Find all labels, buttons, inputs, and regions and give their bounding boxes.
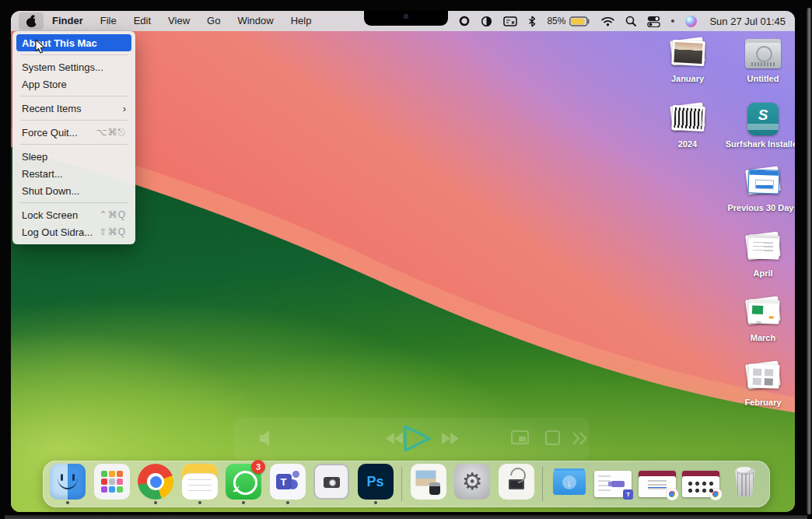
submenu-arrow-icon: › bbox=[123, 103, 126, 114]
chevrons-icon bbox=[573, 433, 586, 444]
desktop-icon-2024[interactable]: 2024 bbox=[652, 101, 723, 149]
video-player-overlay bbox=[233, 418, 589, 460]
laptop-edge bbox=[807, 8, 811, 514]
menu-item-window[interactable]: Window bbox=[229, 12, 282, 30]
teams-badge-icon: T bbox=[623, 489, 633, 500]
menu-item-finder[interactable]: Finder bbox=[44, 12, 92, 30]
minimized-window-thumbnail: T bbox=[594, 471, 632, 497]
apple-menu-button[interactable] bbox=[19, 12, 44, 30]
teams-icon: T bbox=[270, 464, 306, 500]
display-contrast-icon[interactable] bbox=[481, 16, 492, 27]
battery-indicator[interactable]: 85% bbox=[547, 16, 590, 26]
macbook-screen: Finder File Edit View Go Window Help 85% bbox=[11, 11, 795, 512]
menu-item-sleep[interactable]: Sleep bbox=[16, 148, 131, 165]
screenshot-stack-icon bbox=[743, 359, 783, 395]
dock-finder[interactable] bbox=[50, 464, 86, 504]
system-settings-icon: ⚙ bbox=[454, 464, 490, 500]
bluetooth-icon[interactable] bbox=[528, 16, 536, 27]
menu-item-go[interactable]: Go bbox=[198, 12, 229, 30]
shortcut-label: ⇧⌘Q bbox=[100, 226, 126, 237]
control-center-icon[interactable] bbox=[647, 16, 660, 27]
menu-item-system-settings[interactable]: System Settings... bbox=[16, 58, 131, 75]
dock-notes[interactable] bbox=[182, 464, 218, 504]
volume-icon bbox=[260, 430, 269, 447]
shortcut-label: ⌃⌘Q bbox=[100, 209, 126, 220]
desktop-icon-january[interactable]: January bbox=[652, 36, 723, 83]
dock-trash[interactable] bbox=[727, 464, 763, 504]
desktop-icon-february[interactable]: February bbox=[727, 359, 795, 407]
menu-item-force-quit[interactable]: Force Quit...⌥⌘⎋ bbox=[16, 124, 131, 141]
dock-screenshot[interactable] bbox=[313, 464, 349, 504]
desktop-icon-april[interactable]: April bbox=[727, 230, 795, 278]
macbook-frame: { "menu_bar": { "apple_icon": "apple-log… bbox=[0, 0, 812, 519]
downloads-folder-icon: ↓ bbox=[551, 464, 587, 500]
menu-item-help[interactable]: Help bbox=[282, 12, 320, 30]
dock-system-settings[interactable]: ⚙ bbox=[454, 464, 490, 504]
screenshot-stack-icon bbox=[743, 165, 783, 201]
desktop-icon-label: 2024 bbox=[678, 139, 697, 149]
menu-item-view[interactable]: View bbox=[159, 12, 198, 30]
menu-separator bbox=[20, 144, 128, 145]
menu-bar-left: Finder File Edit View Go Window Help bbox=[11, 11, 320, 31]
screen-record-icon[interactable] bbox=[459, 16, 470, 26]
preview-icon bbox=[411, 464, 446, 500]
menu-item-lock-screen[interactable]: Lock Screen⌃⌘Q bbox=[16, 206, 131, 223]
menu-item-recent-items[interactable]: Recent Items› bbox=[16, 100, 131, 117]
dock-separator bbox=[542, 467, 543, 501]
dock-teams[interactable]: T bbox=[270, 464, 306, 504]
photo-stack-icon bbox=[667, 36, 708, 72]
fast-forward-icon bbox=[442, 433, 459, 444]
wifi-icon[interactable] bbox=[601, 16, 614, 26]
screenshot-icon bbox=[313, 464, 349, 500]
dock-downloads[interactable]: ↓ bbox=[551, 464, 587, 504]
menu-item-restart[interactable]: Restart... bbox=[16, 165, 131, 182]
menu-item-log-out[interactable]: Log Out Sidra...⇧⌘Q bbox=[16, 223, 131, 240]
dock-photoshop[interactable]: Ps bbox=[358, 464, 394, 504]
desktop-icon-untitled[interactable]: Untitled bbox=[727, 36, 795, 83]
dock-system-information[interactable] bbox=[499, 464, 534, 504]
status-dot bbox=[671, 19, 674, 23]
laptop-edge bbox=[5, 515, 807, 519]
dock-minimized-chrome-window-1[interactable] bbox=[639, 466, 675, 502]
dock-whatsapp[interactable]: 3 bbox=[226, 464, 261, 504]
system-information-icon bbox=[499, 464, 534, 500]
launchpad-icon bbox=[94, 464, 130, 500]
dock-launchpad[interactable] bbox=[94, 464, 130, 504]
dock-chrome[interactable] bbox=[138, 464, 173, 504]
battery-percent-label: 85% bbox=[547, 16, 565, 26]
input-menu-icon[interactable] bbox=[503, 16, 517, 26]
photo-stack-icon bbox=[667, 101, 708, 137]
battery-icon bbox=[569, 16, 590, 26]
minimized-window-thumbnail bbox=[639, 471, 676, 497]
chrome-badge-icon bbox=[666, 488, 678, 500]
mouse-cursor bbox=[34, 39, 46, 54]
menu-item-file[interactable]: File bbox=[92, 12, 125, 30]
dock-minimized-chrome-window-2[interactable] bbox=[683, 466, 719, 502]
desktop-icon-label: Untitled bbox=[747, 74, 779, 83]
desktop-icon-label: April bbox=[753, 268, 772, 278]
screenshot-stack-icon bbox=[743, 230, 783, 266]
dock-separator bbox=[401, 467, 402, 501]
desktop-icon-label: February bbox=[744, 398, 781, 407]
search-icon[interactable] bbox=[625, 16, 636, 26]
desktop-icon-march[interactable]: March bbox=[727, 295, 795, 342]
apple-logo-icon bbox=[26, 16, 37, 27]
menu-item-shut-down[interactable]: Shut Down... bbox=[16, 182, 131, 199]
chrome-badge-icon bbox=[709, 488, 722, 500]
desktop-icon-surfshark-installer[interactable]: S Surfshark Installer bbox=[727, 101, 795, 149]
dock-minimized-teams-window[interactable]: T bbox=[595, 466, 631, 502]
desktop-icon-previous-30-days[interactable]: Previous 30 Days bbox=[727, 165, 795, 212]
dock-preview[interactable] bbox=[411, 464, 446, 504]
menu-bar-clock[interactable]: Sun 27 Jul 01:45 bbox=[708, 16, 786, 27]
menu-item-app-store[interactable]: App Store bbox=[16, 75, 131, 93]
desktop-icon-label: March bbox=[751, 333, 775, 342]
menu-separator bbox=[20, 54, 128, 55]
menu-item-edit[interactable]: Edit bbox=[125, 12, 159, 30]
shortcut-label: ⌥⌘⎋ bbox=[96, 127, 126, 138]
finder-icon bbox=[50, 464, 86, 500]
hard-drive-icon bbox=[743, 36, 783, 72]
menu-bar-status: 85% Sun 27 Jul 01:45 bbox=[459, 11, 795, 31]
play-icon bbox=[405, 426, 429, 451]
siri-icon[interactable] bbox=[685, 16, 697, 27]
apple-menu-dropdown: About This Mac System Settings... App St… bbox=[12, 31, 135, 244]
